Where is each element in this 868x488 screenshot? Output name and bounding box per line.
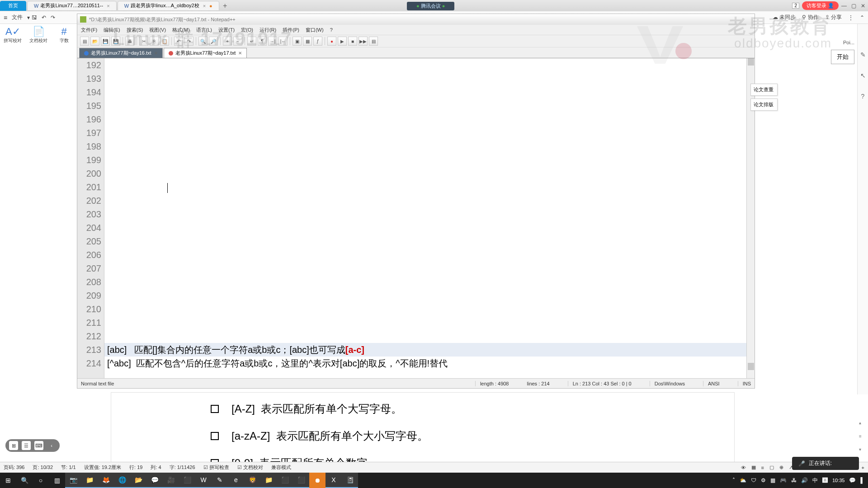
taskbar-app[interactable]: 📂: [130, 473, 146, 488]
cortana-icon[interactable]: ○: [33, 473, 49, 488]
redo-icon[interactable]: ↷: [184, 37, 193, 46]
sync-status[interactable]: ☁ 未同步: [773, 14, 796, 21]
notification-badge[interactable]: 2: [792, 3, 799, 9]
outline-view-icon[interactable]: ≡: [761, 465, 764, 470]
collapse-icon[interactable]: ⌃: [860, 14, 864, 21]
zoom-in-icon[interactable]: +: [223, 37, 232, 46]
maximize-icon[interactable]: ▢: [851, 3, 856, 9]
window-titlebar[interactable]: *D:\老男孩Linux77期视频\老男孩Linux77期~day17.txt …: [77, 14, 755, 25]
fastplay-icon[interactable]: ▶▶: [359, 37, 368, 46]
network-icon[interactable]: 🖧: [791, 477, 797, 483]
paper-format-button[interactable]: 论文排版: [750, 99, 778, 111]
dock-icon[interactable]: ⌨: [34, 441, 43, 450]
close-icon[interactable]: ✕: [861, 3, 865, 9]
read-view-icon[interactable]: ⊕: [779, 465, 783, 470]
menu-icon[interactable]: ≡: [4, 14, 7, 21]
tray-icon[interactable]: ⛅: [740, 477, 746, 483]
taskbar-app[interactable]: 📓: [342, 473, 358, 488]
handle-icon[interactable]: ≡: [859, 434, 865, 439]
taskbar-app[interactable]: 📷: [65, 473, 81, 488]
menu-language[interactable]: 语言(L): [196, 27, 212, 33]
menu-view[interactable]: 视图(V): [149, 27, 166, 33]
menu-format[interactable]: 格式(M): [172, 27, 190, 33]
web-view-icon[interactable]: ▢: [769, 465, 774, 470]
saveall-icon[interactable]: 💾: [111, 37, 120, 46]
scroll-up-icon[interactable]: [748, 58, 754, 66]
print-icon[interactable]: 🖶: [125, 37, 134, 46]
close-icon[interactable]: ✕: [154, 51, 158, 56]
find-icon[interactable]: 🔍: [198, 37, 208, 46]
new-icon[interactable]: ▤: [80, 37, 89, 46]
tab-home[interactable]: 首页: [0, 1, 26, 11]
dock-icon[interactable]: ☰: [22, 441, 31, 450]
notifications-icon[interactable]: 💬: [849, 477, 856, 483]
clock[interactable]: 10:35: [832, 478, 845, 483]
view-icon[interactable]: 👁: [741, 465, 746, 470]
share-button[interactable]: ⇪ 分享: [825, 14, 842, 21]
show-desktop[interactable]: ▌: [860, 477, 864, 483]
scroll-down-icon[interactable]: [748, 363, 754, 370]
outdent-icon[interactable]: |←: [278, 37, 288, 46]
taskbar-app[interactable]: 🦊: [98, 473, 114, 488]
menu-plugins[interactable]: 插件(P): [283, 27, 299, 33]
taskbar-app[interactable]: X: [326, 473, 342, 488]
stop-icon[interactable]: ■: [348, 37, 357, 46]
indent-icon[interactable]: →|: [268, 37, 277, 46]
taskbar-app[interactable]: 💬: [146, 473, 163, 488]
start-menu-icon[interactable]: ⊞: [0, 473, 16, 488]
zoom-out-icon[interactable]: −: [233, 37, 242, 46]
save-icon[interactable]: 💾: [101, 37, 110, 46]
taskbar-app[interactable]: ⬛: [293, 473, 309, 488]
tray-icon[interactable]: 🛡: [751, 477, 756, 483]
wordcount-button[interactable]: #字数: [51, 24, 77, 51]
menu-help[interactable]: ?: [330, 27, 333, 33]
page-view-icon[interactable]: ▦: [751, 465, 756, 470]
open-icon[interactable]: 📂: [90, 37, 99, 46]
pen-icon[interactable]: ✎: [860, 51, 866, 58]
down-arrow-icon[interactable]: ▾: [859, 447, 865, 452]
refresh-icon[interactable]: ●: [209, 3, 212, 9]
taskbar-app[interactable]: 🌐: [114, 473, 130, 488]
start-button[interactable]: 开始: [831, 50, 854, 64]
proof-button[interactable]: 📄文档校对: [26, 24, 52, 51]
tab-doc2[interactable]: W跟老男孩学linux…A_oldboy2校×●: [118, 1, 219, 11]
cursor-icon[interactable]: ↖: [860, 72, 866, 79]
close-icon[interactable]: ×: [107, 3, 109, 9]
taskbar-app[interactable]: ✎: [212, 473, 228, 488]
taskbar-app[interactable]: 📁: [81, 473, 98, 488]
tray-icon[interactable]: ▦: [770, 477, 775, 483]
ime-icon[interactable]: 中: [812, 477, 818, 484]
menu-run[interactable]: 运行(R): [259, 27, 276, 33]
up-arrow-icon[interactable]: ▴: [859, 420, 865, 425]
save-macro-icon[interactable]: ▤: [369, 37, 378, 46]
wrap-icon[interactable]: ↵: [247, 37, 256, 46]
taskbar-app[interactable]: e: [228, 473, 244, 488]
spellcheck-toggle[interactable]: ☑ 拼写检查: [203, 464, 229, 471]
paste-icon[interactable]: 📋: [160, 37, 169, 46]
undo-icon[interactable]: ↶: [174, 37, 183, 46]
undo-icon[interactable]: ↶: [42, 14, 46, 21]
unfold-icon[interactable]: ▦: [303, 37, 312, 46]
floating-dock[interactable]: ⊞ ☰ ⌨ ‹: [5, 439, 60, 452]
filetab-day17[interactable]: 老男孩Linux77期~day17.txt✕: [164, 48, 247, 58]
cut-icon[interactable]: ✂: [139, 37, 148, 46]
replace-icon[interactable]: 🔎: [209, 37, 218, 46]
taskbar-app[interactable]: 📁: [260, 473, 277, 488]
collapse-icon[interactable]: ‹: [47, 441, 56, 450]
minimize-icon[interactable]: —: [841, 3, 847, 9]
taskbar-app[interactable]: W: [195, 473, 212, 488]
record-icon[interactable]: ●: [327, 37, 336, 46]
volume-icon[interactable]: 🔊: [801, 477, 808, 483]
showall-icon[interactable]: ¶: [258, 37, 267, 46]
filetab-day16[interactable]: 老男孩Linux77期~day16.txt✕: [79, 48, 163, 58]
ime-icon[interactable]: 🅰: [822, 477, 828, 483]
guest-login-button[interactable]: 访客登录 👤: [802, 1, 839, 10]
taskbar-app[interactable]: 🦁: [244, 473, 260, 488]
help-icon[interactable]: ?: [861, 93, 865, 100]
redo-icon[interactable]: ↷: [51, 14, 55, 21]
proof-toggle[interactable]: ☑ 文档校对: [237, 464, 263, 471]
taskbar-app[interactable]: ⬛: [277, 473, 293, 488]
tray-up-icon[interactable]: ˄: [732, 477, 735, 483]
save-icon[interactable]: ▾ 🖫: [27, 14, 37, 21]
search-icon[interactable]: 🔍: [16, 473, 33, 488]
